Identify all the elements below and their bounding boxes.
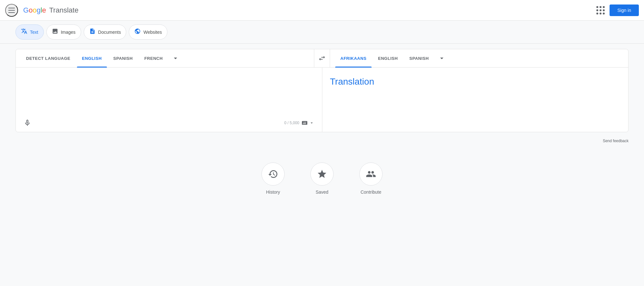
translation-output-panel: Translation bbox=[322, 68, 629, 132]
people-icon bbox=[366, 169, 376, 179]
tab-documents[interactable]: Documents bbox=[84, 24, 127, 40]
source-text-panel: 0 / 5,000 bbox=[16, 68, 322, 132]
menu-button[interactable] bbox=[5, 4, 18, 17]
images-tab-icon bbox=[52, 28, 58, 36]
target-more-langs-button[interactable] bbox=[435, 52, 448, 65]
history-label: History bbox=[266, 189, 280, 195]
tab-text-label: Text bbox=[30, 30, 38, 35]
detect-lang-button[interactable]: DETECT LANGUAGE bbox=[21, 53, 76, 63]
star-icon bbox=[317, 169, 327, 179]
sign-in-button[interactable]: Sign in bbox=[610, 5, 639, 16]
target-spanish-button[interactable]: SPANISH bbox=[404, 53, 434, 63]
contribute-label: Contribute bbox=[361, 189, 382, 195]
contribute-icon-circle bbox=[359, 162, 383, 186]
text-panels: 0 / 5,000 Translation bbox=[16, 67, 628, 132]
microphone-button[interactable] bbox=[24, 119, 31, 127]
target-english-button[interactable]: ENGLISH bbox=[373, 53, 403, 63]
websites-tab-icon bbox=[134, 28, 141, 36]
bottom-icons: History Saved Contribute bbox=[0, 162, 644, 205]
target-afrikaans-button[interactable]: AFRIKAANS bbox=[335, 53, 372, 63]
translation-text: Translation bbox=[330, 75, 621, 88]
tab-images-label: Images bbox=[61, 30, 76, 35]
logo-translate: Translate bbox=[47, 6, 79, 14]
contribute-item[interactable]: Contribute bbox=[359, 162, 383, 195]
tab-documents-label: Documents bbox=[98, 30, 121, 35]
header-right: Sign in bbox=[594, 4, 639, 17]
documents-tab-icon bbox=[89, 28, 96, 36]
history-icon-circle bbox=[261, 162, 285, 186]
source-french-button[interactable]: FRENCH bbox=[139, 53, 168, 63]
tab-text[interactable]: Text bbox=[15, 24, 44, 40]
input-footer: 0 / 5,000 bbox=[24, 116, 314, 127]
saved-item[interactable]: Saved bbox=[310, 162, 334, 195]
source-spanish-button[interactable]: SPANISH bbox=[108, 53, 138, 63]
header-left: Google Translate bbox=[5, 4, 79, 17]
keyboard-button[interactable] bbox=[301, 120, 314, 126]
char-count: 0 / 5,000 bbox=[284, 121, 299, 125]
apps-grid-icon bbox=[596, 6, 605, 14]
tab-bar: Text Images Documents Websites bbox=[0, 21, 644, 44]
history-icon bbox=[268, 169, 278, 179]
logo: Google Translate bbox=[23, 6, 79, 14]
history-item[interactable]: History bbox=[261, 162, 285, 195]
language-bars: DETECT LANGUAGE ENGLISH SPANISH FRENCH A… bbox=[16, 49, 628, 67]
translator-container: DETECT LANGUAGE ENGLISH SPANISH FRENCH A… bbox=[15, 49, 629, 132]
saved-label: Saved bbox=[316, 189, 328, 195]
header: Google Translate Sign in bbox=[0, 0, 644, 21]
source-lang-bar: DETECT LANGUAGE ENGLISH SPANISH FRENCH bbox=[16, 49, 314, 67]
source-more-langs-button[interactable] bbox=[169, 52, 182, 65]
tab-websites[interactable]: Websites bbox=[129, 24, 167, 40]
tab-images[interactable]: Images bbox=[46, 24, 81, 40]
saved-icon-circle bbox=[310, 162, 334, 186]
text-tab-icon bbox=[21, 28, 27, 36]
target-lang-bar: AFRIKAANS ENGLISH SPANISH bbox=[330, 49, 628, 67]
send-feedback-row: Send feedback bbox=[0, 137, 644, 143]
apps-button[interactable] bbox=[594, 4, 607, 17]
logo-google: Google bbox=[23, 6, 46, 14]
source-english-button[interactable]: ENGLISH bbox=[77, 53, 107, 63]
send-feedback-link[interactable]: Send feedback bbox=[603, 139, 629, 143]
source-textarea[interactable] bbox=[24, 73, 314, 111]
tab-websites-label: Websites bbox=[143, 30, 162, 35]
swap-languages-button[interactable] bbox=[314, 52, 330, 65]
